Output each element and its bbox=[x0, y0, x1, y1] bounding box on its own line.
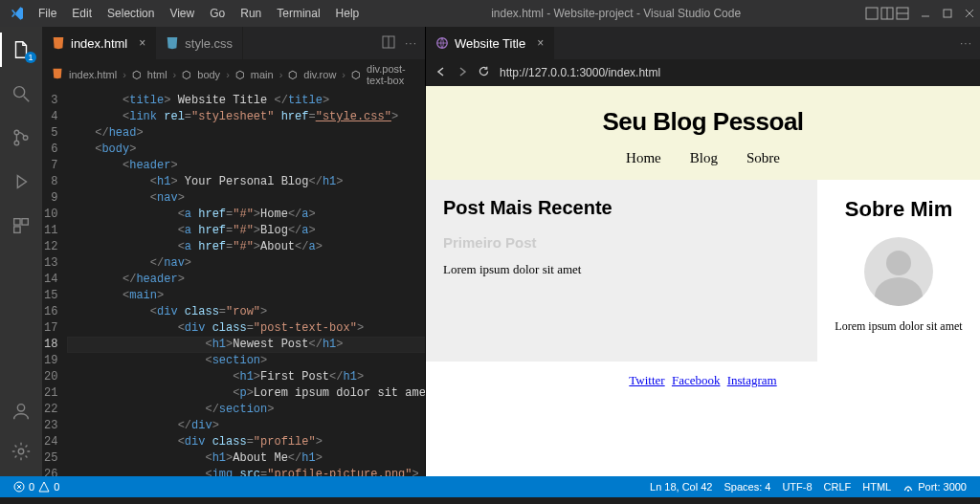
tab-label: style.css bbox=[185, 36, 233, 51]
latest-heading: Post Mais Recente bbox=[443, 197, 800, 219]
tag-icon: ⬡ bbox=[235, 69, 245, 81]
svg-point-26 bbox=[907, 490, 909, 492]
svg-rect-0 bbox=[866, 8, 878, 19]
svg-point-12 bbox=[14, 141, 19, 145]
footer-twitter[interactable]: Twitter bbox=[629, 373, 664, 387]
menu-file[interactable]: File bbox=[31, 3, 64, 24]
html-file-icon bbox=[52, 36, 65, 50]
status-port[interactable]: Port: 3000 bbox=[897, 481, 972, 493]
blog-header: Seu Blog Pessoal Home Blog Sobre bbox=[426, 86, 980, 180]
menu-help[interactable]: Help bbox=[328, 3, 368, 24]
post-title: Primeiro Post bbox=[443, 234, 800, 251]
activity-search[interactable] bbox=[0, 77, 42, 111]
activitybar: 1 bbox=[0, 27, 42, 476]
status-language[interactable]: HTML bbox=[857, 481, 897, 493]
activity-debug[interactable] bbox=[0, 164, 42, 199]
explorer-badge: 1 bbox=[25, 52, 36, 63]
menu-go[interactable]: Go bbox=[202, 3, 233, 24]
window-maximize-icon[interactable] bbox=[934, 8, 961, 19]
tag-icon: ⬡ bbox=[351, 69, 361, 81]
editor-tabs: index.html × style.css ··· bbox=[42, 27, 425, 59]
activity-settings[interactable] bbox=[0, 434, 42, 469]
editor-layout-icons[interactable] bbox=[865, 7, 909, 20]
footer-instagram[interactable]: Instagram bbox=[727, 373, 777, 387]
breadcrumb[interactable]: index.html› ⬡html› ⬡body› ⬡main› ⬡div.ro… bbox=[42, 59, 425, 91]
svg-rect-17 bbox=[14, 227, 20, 232]
code-editor[interactable]: 3456789101112131415161718192021222324252… bbox=[42, 91, 425, 476]
globe-icon bbox=[435, 36, 449, 50]
footer-facebook[interactable]: Facebook bbox=[672, 373, 721, 387]
status-encoding[interactable]: UTF-8 bbox=[776, 481, 817, 493]
window-close-icon[interactable] bbox=[963, 7, 976, 20]
tab-index-html[interactable]: index.html × bbox=[42, 27, 156, 59]
menu-edit[interactable]: Edit bbox=[64, 3, 100, 24]
svg-point-13 bbox=[23, 136, 28, 141]
forward-icon[interactable] bbox=[457, 66, 468, 80]
tab-label: index.html bbox=[71, 36, 127, 51]
preview-tabs: Website Title × ··· bbox=[426, 27, 980, 59]
menu-terminal[interactable]: Terminal bbox=[269, 3, 327, 24]
activity-account[interactable] bbox=[0, 394, 42, 428]
code-content[interactable]: <title> Website Title </title> <link rel… bbox=[67, 91, 425, 476]
blog-main: Post Mais Recente Primeiro Post Lorem ip… bbox=[426, 180, 817, 362]
window-title: index.html - Website-project - Visual St… bbox=[367, 7, 865, 20]
menubar: File Edit Selection View Go Run Terminal… bbox=[0, 0, 980, 27]
svg-rect-6 bbox=[944, 10, 951, 17]
back-icon[interactable] bbox=[435, 66, 447, 80]
blog-nav: Home Blog Sobre bbox=[426, 150, 980, 166]
blog-title: Seu Blog Pessoal bbox=[426, 107, 980, 137]
svg-point-9 bbox=[14, 87, 25, 98]
tag-icon: ⬡ bbox=[182, 69, 191, 81]
menu-run[interactable]: Run bbox=[233, 3, 269, 24]
about-heading: Sobre Mim bbox=[825, 197, 972, 222]
svg-marker-14 bbox=[17, 176, 26, 188]
status-eol[interactable]: CRLF bbox=[818, 481, 858, 493]
nav-blog[interactable]: Blog bbox=[690, 150, 718, 166]
reload-icon[interactable] bbox=[478, 65, 490, 80]
vscode-logo-icon bbox=[10, 6, 25, 21]
svg-rect-15 bbox=[14, 219, 20, 225]
close-icon[interactable]: × bbox=[139, 36, 145, 50]
tab-preview[interactable]: Website Title × bbox=[426, 27, 554, 59]
blog-footer: Twitter Facebook Instagram bbox=[426, 362, 980, 409]
tab-style-css[interactable]: style.css bbox=[156, 27, 243, 59]
activity-scm[interactable] bbox=[0, 121, 42, 155]
profile-picture bbox=[864, 237, 933, 306]
split-editor-icon[interactable] bbox=[382, 35, 395, 52]
url-field[interactable]: http://127.0.0.1:3000/index.html bbox=[500, 66, 660, 79]
svg-line-10 bbox=[24, 97, 30, 102]
html-file-icon bbox=[52, 68, 63, 81]
more-actions-icon[interactable]: ··· bbox=[960, 36, 972, 50]
tag-icon: ⬡ bbox=[288, 69, 298, 81]
address-bar: http://127.0.0.1:3000/index.html bbox=[426, 59, 980, 86]
more-actions-icon[interactable]: ··· bbox=[405, 36, 417, 50]
about-body: Lorem ipsum dolor sit amet bbox=[825, 319, 972, 334]
window-minimize-icon[interactable] bbox=[919, 7, 932, 20]
post-body: Lorem ipsum dolor sit amet bbox=[443, 262, 800, 277]
line-numbers: 3456789101112131415161718192021222324252… bbox=[42, 91, 67, 476]
activity-explorer[interactable]: 1 bbox=[0, 33, 42, 67]
menu-selection[interactable]: Selection bbox=[100, 3, 162, 24]
statusbar: 0 0 Ln 18, Col 42 Spaces: 4 UTF-8 CRLF H… bbox=[0, 476, 980, 497]
tag-icon: ⬡ bbox=[132, 69, 142, 81]
svg-rect-16 bbox=[22, 219, 28, 225]
status-ln-col[interactable]: Ln 18, Col 42 bbox=[644, 481, 718, 493]
nav-about[interactable]: Sobre bbox=[746, 150, 780, 166]
activity-extensions[interactable] bbox=[0, 208, 42, 243]
status-spaces[interactable]: Spaces: 4 bbox=[718, 481, 776, 493]
svg-point-18 bbox=[17, 405, 24, 411]
preview-pane[interactable]: Seu Blog Pessoal Home Blog Sobre Post Ma… bbox=[426, 86, 980, 476]
tab-label: Website Title bbox=[455, 36, 525, 51]
nav-home[interactable]: Home bbox=[626, 150, 661, 166]
close-icon[interactable]: × bbox=[537, 36, 544, 50]
blog-sidebar: Sobre Mim Lorem ipsum dolor sit amet bbox=[817, 180, 980, 351]
status-errors[interactable]: 0 0 bbox=[8, 481, 65, 493]
css-file-icon bbox=[166, 36, 179, 50]
menu-view[interactable]: View bbox=[162, 3, 202, 24]
svg-point-19 bbox=[18, 449, 24, 454]
svg-point-11 bbox=[14, 130, 19, 135]
